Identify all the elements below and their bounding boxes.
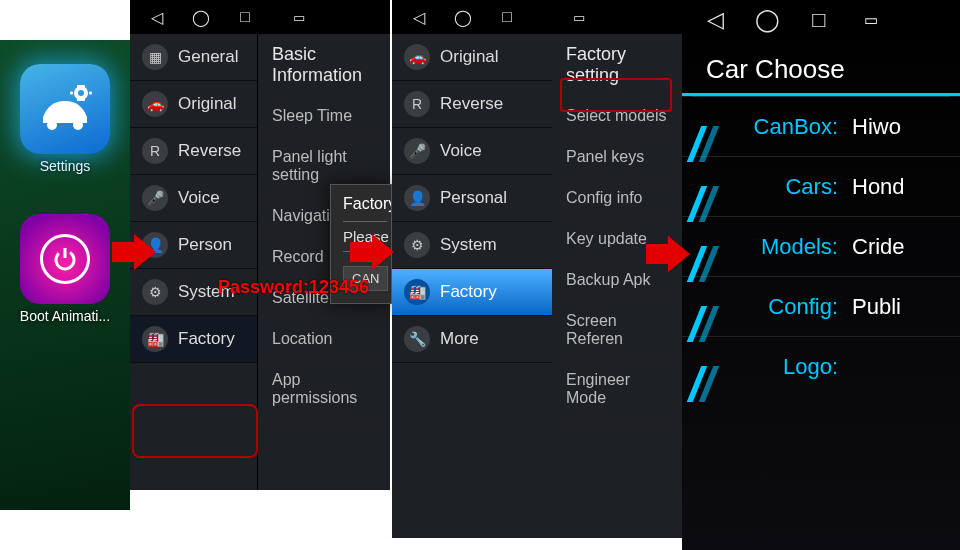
gear-icon: ⚙	[404, 232, 430, 258]
menu-item-original[interactable]: 🚗Original	[130, 81, 257, 128]
recent-icon[interactable]: □	[498, 8, 516, 26]
field-key: CanBox:	[682, 114, 842, 140]
item-config-info[interactable]: Config info	[552, 178, 682, 219]
car-gear-icon	[37, 81, 93, 137]
svg-point-7	[73, 120, 83, 130]
arrow-2	[350, 234, 394, 270]
svg-rect-3	[77, 98, 85, 101]
menu-label: Personal	[440, 188, 507, 208]
menu-item-voice[interactable]: 🎤Voice	[130, 175, 257, 222]
menu-label: System	[440, 235, 497, 255]
letter-r-icon: R	[404, 91, 430, 117]
field-key: Cars:	[682, 174, 842, 200]
svg-rect-5	[89, 92, 92, 95]
menu-label: General	[178, 47, 238, 67]
recent-icon[interactable]: □	[236, 8, 254, 26]
menu-item-personal[interactable]: 👤Personal	[392, 175, 552, 222]
detail-app-perms[interactable]: App permissions	[258, 360, 390, 419]
field-canbox[interactable]: CanBox: Hiwo	[682, 96, 960, 156]
home-icon[interactable]: ◯	[454, 8, 472, 26]
menu-label: More	[440, 329, 479, 349]
android-navbar: ◁ ◯ □ ▭	[130, 0, 390, 34]
menu-label: Factory	[440, 282, 497, 302]
svg-rect-2	[77, 85, 85, 88]
mic-icon: 🎤	[404, 138, 430, 164]
field-key: Config:	[682, 294, 842, 320]
car-icon: 🚗	[404, 44, 430, 70]
mic-icon: 🎤	[142, 185, 168, 211]
field-key: Logo:	[682, 354, 842, 380]
menu-label: Factory	[178, 329, 235, 349]
menu-label: Reverse	[440, 94, 503, 114]
menu-item-original[interactable]: 🚗Original	[392, 34, 552, 81]
gallery-icon[interactable]: ▭	[290, 8, 308, 26]
item-select-models[interactable]: Select models	[552, 96, 682, 137]
car-icon: 🚗	[142, 91, 168, 117]
field-key: Models:	[682, 234, 842, 260]
android-navbar: ▭	[552, 0, 682, 34]
svg-point-6	[47, 120, 57, 130]
item-panel-keys[interactable]: Panel keys	[552, 137, 682, 178]
field-config[interactable]: Config: Publi	[682, 276, 960, 336]
factory-icon: 🏭	[142, 326, 168, 352]
arrow-3	[646, 236, 690, 272]
field-val: Cride	[842, 234, 905, 260]
field-models[interactable]: Models: Cride	[682, 216, 960, 276]
factory-icon: 🏭	[404, 279, 430, 305]
item-screen-reference[interactable]: Screen Referen	[552, 301, 682, 360]
menu-item-factory[interactable]: 🏭Factory	[130, 316, 257, 363]
back-icon[interactable]: ◁	[410, 8, 428, 26]
field-cars[interactable]: Cars: Hond	[682, 156, 960, 216]
boot-animation-app-icon[interactable]	[20, 214, 110, 304]
field-val: Publi	[842, 294, 901, 320]
home-icon[interactable]: ◯	[192, 8, 210, 26]
stage3-menu: 🚗Original RReverse 🎤Voice 👤Personal ⚙Sys…	[392, 34, 552, 363]
home-icon[interactable]: ◯	[758, 11, 776, 29]
back-icon[interactable]: ◁	[148, 8, 166, 26]
detail-sleep-time[interactable]: Sleep Time	[258, 96, 390, 137]
menu-item-reverse[interactable]: RReverse	[130, 128, 257, 175]
home-column: Settings Boot Animati...	[0, 40, 130, 510]
gear-icon: ⚙	[142, 279, 168, 305]
menu-item-more[interactable]: 🔧More	[392, 316, 552, 363]
back-icon[interactable]: ◁	[706, 11, 724, 29]
arrow-1	[112, 234, 156, 270]
menu-item-voice[interactable]: 🎤Voice	[392, 128, 552, 175]
menu-label: Voice	[178, 188, 220, 208]
android-navbar: ◁ ◯ □ ▭	[682, 0, 960, 40]
svg-rect-4	[70, 92, 73, 95]
menu-label: Person	[178, 235, 232, 255]
boot-animation-app-label: Boot Animati...	[0, 308, 130, 324]
car-choose-title: Car Choose	[682, 40, 960, 96]
field-val: Hond	[842, 174, 905, 200]
menu-item-general[interactable]: ▦General	[130, 34, 257, 81]
grid-icon: ▦	[142, 44, 168, 70]
factory-setting-header: Factory setting	[552, 34, 682, 96]
settings-app-icon[interactable]	[20, 64, 110, 154]
settings-app-label: Settings	[0, 158, 130, 174]
field-val: Hiwo	[842, 114, 901, 140]
menu-label: Original	[178, 94, 237, 114]
person-icon: 👤	[404, 185, 430, 211]
menu-item-factory[interactable]: 🏭Factory	[392, 269, 552, 316]
field-logo[interactable]: Logo:	[682, 336, 960, 396]
menu-label: Reverse	[178, 141, 241, 161]
menu-label: Voice	[440, 141, 482, 161]
letter-r-icon: R	[142, 138, 168, 164]
svg-point-1	[78, 90, 84, 96]
wrench-icon: 🔧	[404, 326, 430, 352]
password-overlay-text: Password:123456	[218, 277, 369, 298]
recent-icon[interactable]: □	[810, 11, 828, 29]
menu-label: Original	[440, 47, 499, 67]
power-icon	[40, 234, 90, 284]
car-choose-screen: ◁ ◯ □ ▭ Car Choose CanBox: Hiwo Cars: Ho…	[682, 0, 960, 550]
gallery-icon[interactable]: ▭	[862, 11, 880, 29]
item-engineer-mode[interactable]: Engineer Mode	[552, 360, 682, 419]
gallery-icon[interactable]: ▭	[570, 8, 588, 26]
menu-item-system[interactable]: ⚙System	[392, 222, 552, 269]
detail-location[interactable]: Location	[258, 319, 390, 360]
detail-header: Basic Information	[258, 34, 390, 96]
dialog-title: Factory	[343, 195, 387, 213]
stage3-container: ◁ ◯ □ 🚗Original RReverse 🎤Voice 👤Persona…	[392, 0, 552, 538]
menu-item-reverse[interactable]: RReverse	[392, 81, 552, 128]
